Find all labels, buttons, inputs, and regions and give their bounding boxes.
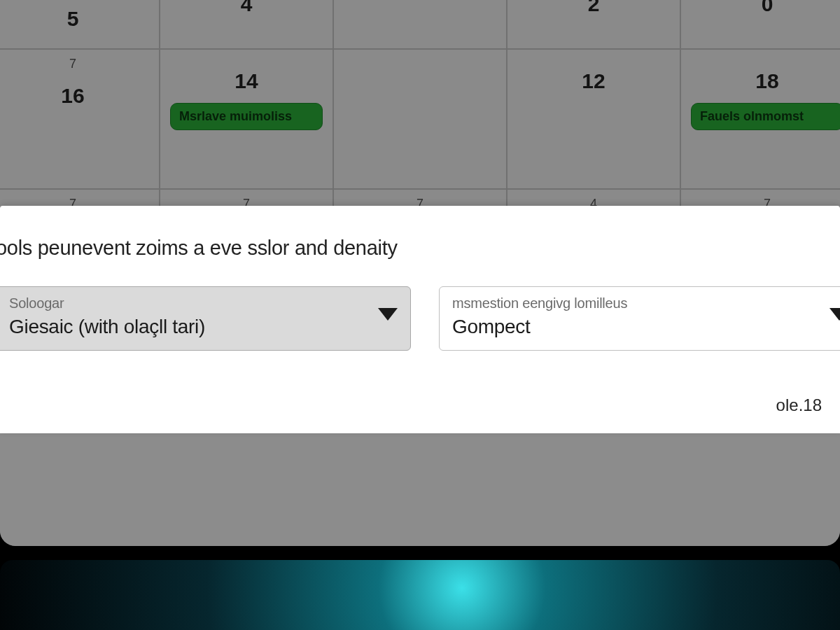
calendar-cell[interactable] (333, 49, 507, 189)
modal-footer-value: ole.18 (776, 396, 822, 415)
wallpaper-strip (0, 560, 840, 630)
calendar-cell[interactable]: 18Fauels olnmomst (680, 49, 840, 189)
calendar-cell[interactable]: 4 (160, 0, 333, 49)
density-select-label: msmestion eengivg lomilleus (452, 295, 820, 312)
calendar-event[interactable]: Msrlave muimoliss (170, 103, 323, 130)
cell-date-number: 12 (507, 69, 680, 93)
density-select-value: Gompect (452, 316, 820, 338)
calendar-event[interactable]: Fauels olnmomst (691, 103, 840, 130)
calendar-cell[interactable]: 72 (507, 0, 680, 49)
cell-date-number: 5 (0, 7, 159, 31)
cell-date-number: 0 (681, 0, 840, 16)
cell-date-number: 2 (507, 0, 680, 16)
cell-date-number: 16 (0, 84, 159, 108)
settings-modal: ools peunevent zoims a eve sslor and den… (0, 206, 840, 433)
cell-date-number: 18 (681, 69, 840, 93)
calendar-cell[interactable]: 0 (680, 0, 840, 49)
cell-date-number: 14 (160, 69, 332, 93)
calendar-cell[interactable]: 6 (333, 0, 507, 49)
density-select[interactable]: msmestion eengivg lomilleus Gompect (439, 286, 840, 351)
cell-date-number: 4 (160, 0, 332, 16)
calendar-cell[interactable]: 14Msrlave muimoliss (160, 49, 333, 189)
color-select[interactable]: Soloogar Giesaic (with olaçll tari) (0, 286, 411, 351)
modal-title: ools peunevent zoims a eve sslor and den… (0, 237, 840, 260)
color-select-value: Giesaic (with olaçll tari) (9, 316, 377, 338)
chevron-down-icon (378, 308, 398, 321)
color-select-label: Soloogar (9, 295, 377, 312)
calendar-cell[interactable]: 716 (0, 49, 160, 189)
calendar-cell[interactable]: 7485 (0, 0, 160, 49)
chevron-down-icon (830, 308, 840, 321)
calendar-cell[interactable]: 12 (507, 49, 680, 189)
cell-top-number: 7 (0, 57, 159, 71)
